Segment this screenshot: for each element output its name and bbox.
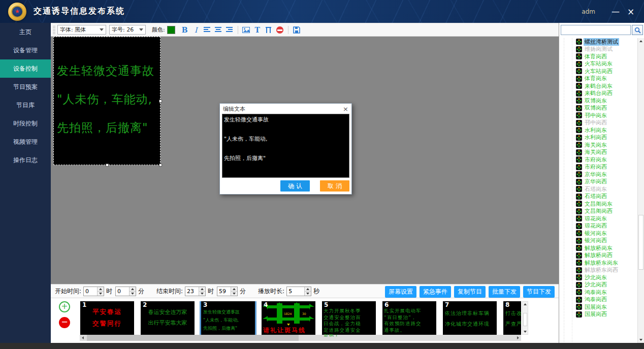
end-hour-stepper[interactable]: 23 — [185, 287, 206, 296]
tree-row[interactable]: 水利岗东 — [559, 126, 637, 134]
stepper-arrows[interactable] — [129, 287, 136, 296]
action-button[interactable]: 复制节目 — [454, 286, 486, 298]
tree-row[interactable]: 沙北岗东 — [559, 274, 637, 281]
font-size-select[interactable]: 字号: 26 — [109, 25, 146, 35]
end-hour-value[interactable]: 23 — [185, 287, 199, 296]
program-thumbnail[interactable]: 3 — [201, 301, 255, 335]
tree-row[interactable]: 银河岗西 — [559, 237, 637, 245]
action-button[interactable]: 紧急事件 — [420, 286, 451, 298]
scrollbar-thumb[interactable] — [87, 335, 299, 341]
scroll-up-icon[interactable] — [523, 302, 528, 307]
tree-row[interactable]: 体育岗东 — [559, 75, 637, 83]
align-left-button[interactable] — [202, 25, 212, 35]
sidebar-item[interactable]: 设备控制 — [0, 59, 51, 78]
tree-row[interactable]: 文昌阁岗西 — [559, 208, 637, 215]
tree-row[interactable]: 体育岗西 — [559, 53, 637, 60]
sidebar-item[interactable]: 设备管理 — [0, 41, 51, 59]
sidebar-item[interactable]: 节目预案 — [0, 78, 51, 96]
device-search-input[interactable] — [561, 25, 631, 35]
program-thumbnail[interactable]: 2 — [141, 301, 195, 335]
tree-row[interactable]: 市府岗西 — [559, 164, 637, 171]
tree-row[interactable]: 鸿泰岗西 — [559, 296, 637, 304]
logged-in-user[interactable]: adm — [582, 8, 595, 15]
duration-value[interactable]: 5 — [287, 287, 304, 296]
road-sign-button[interactable] — [264, 25, 274, 35]
tree-row[interactable]: 双博岗西 — [559, 105, 637, 112]
align-center-button[interactable] — [213, 25, 223, 35]
tree-row[interactable]: 邗中岗西 — [559, 119, 637, 127]
duration-stepper[interactable]: 5 — [286, 287, 311, 296]
scroll-down-icon[interactable] — [638, 337, 644, 343]
color-swatch[interactable] — [167, 26, 175, 34]
tree-row[interactable]: 文昌阁岗东 — [559, 200, 637, 208]
action-button[interactable]: 节目下发 — [523, 286, 555, 298]
stepper-arrows[interactable] — [199, 287, 205, 296]
start-minute-value[interactable]: 0 — [116, 287, 129, 296]
led-text[interactable]: 发生轻微交通事故 "人未伤，车能动, 先拍照，后撤离" — [54, 37, 160, 135]
action-button[interactable]: 屏幕设置 — [385, 286, 416, 298]
scroll-right-icon[interactable] — [515, 335, 521, 341]
start-minute-stepper[interactable]: 0 — [115, 287, 136, 296]
led-screen-preview[interactable]: 发生轻微交通事故 "人未伤，车能动, 先拍照，后撤离" — [53, 37, 160, 165]
tree-row[interactable]: 解放桥东岗东 — [559, 259, 637, 267]
sidebar-item[interactable]: 时段控制 — [0, 114, 51, 133]
end-minute-stepper[interactable]: 59 — [217, 287, 238, 296]
scroll-up-icon[interactable] — [638, 38, 644, 44]
tree-scrollbar[interactable] — [637, 38, 644, 343]
tree-row[interactable]: 螺丝湾桥测试 — [559, 38, 637, 46]
tree-row[interactable]: 琼花岗东 — [559, 215, 637, 223]
insert-image-button[interactable] — [241, 25, 251, 35]
stepper-arrows[interactable] — [97, 287, 104, 296]
sidebar-item[interactable]: 主页 — [0, 23, 51, 41]
tree-row[interactable]: 京华岗西 — [559, 178, 637, 186]
tree-row[interactable]: 来鹤台岗西 — [559, 90, 637, 98]
tree-row[interactable]: 火车站岗东 — [559, 60, 637, 68]
tree-row[interactable]: 解放桥岗西 — [559, 252, 637, 260]
strip-horizontal-scrollbar[interactable] — [80, 335, 521, 341]
scroll-left-icon[interactable] — [80, 335, 86, 341]
tree-row[interactable]: 石塔岗东 — [559, 185, 637, 193]
end-minute-value[interactable]: 59 — [217, 287, 231, 296]
tree-row[interactable]: 鸿泰岗东 — [559, 289, 637, 296]
no-entry-button[interactable] — [275, 25, 285, 35]
minimize-icon[interactable]: — — [609, 7, 622, 16]
start-hour-stepper[interactable]: 0 — [83, 287, 104, 296]
tree-row[interactable]: 海关岗西 — [559, 149, 637, 156]
program-thumbnail[interactable]: 7 — [443, 301, 497, 335]
insert-text-button[interactable]: T — [252, 25, 263, 35]
dialog-close-icon[interactable]: × — [343, 105, 348, 113]
dialog-textarea[interactable]: 发生轻微交通事故 "人未伤，车能动, 先拍照，后撤离" — [222, 114, 349, 178]
scroll-down-icon[interactable] — [523, 329, 528, 334]
tree-row[interactable]: 水利岗西 — [559, 134, 637, 142]
program-thumbnail[interactable]: 6 — [382, 301, 436, 335]
tree-row[interactable]: 来鹤台岗东 — [559, 82, 637, 90]
tree-row[interactable]: 沙北岗西 — [559, 281, 637, 289]
device-search-button[interactable] — [632, 25, 643, 35]
resize-handle-bottom[interactable] — [106, 164, 109, 167]
tree-row[interactable]: 国展岗东 — [559, 303, 637, 311]
program-thumbnail[interactable]: 5 — [322, 301, 376, 335]
italic-button[interactable]: I — [191, 25, 201, 35]
tree-row[interactable]: 邗中岗东 — [559, 112, 637, 119]
align-right-button[interactable] — [224, 25, 235, 35]
bold-button[interactable]: B — [180, 25, 190, 35]
program-thumbnail[interactable]: 1 — [80, 301, 134, 335]
tree-row[interactable]: 国展岗西 — [559, 311, 637, 319]
tree-row[interactable]: 维扬岗测试 — [559, 46, 637, 53]
font-family-select[interactable]: 字体: 黑体 — [57, 25, 106, 35]
close-icon[interactable]: × — [625, 7, 637, 17]
strip-vertical-scrollbar[interactable] — [522, 301, 528, 335]
resize-handle-corner[interactable] — [159, 164, 162, 167]
tree-row[interactable]: 解放桥东岗西 — [559, 267, 637, 274]
action-button[interactable]: 批量下发 — [489, 286, 520, 298]
start-hour-value[interactable]: 0 — [84, 287, 97, 296]
cancel-button[interactable]: 取 消 — [320, 180, 349, 192]
save-button[interactable] — [292, 25, 302, 35]
tree-row[interactable]: 石塔岗西 — [559, 193, 637, 201]
dialog-titlebar[interactable]: 编辑文本 × — [220, 104, 351, 114]
confirm-button[interactable]: 确 认 — [280, 180, 310, 192]
sidebar-item[interactable]: 节目库 — [0, 96, 51, 114]
remove-program-button[interactable] — [59, 317, 70, 328]
sidebar-item[interactable]: 视频管理 — [0, 133, 51, 151]
tree-row[interactable]: 银河岗东 — [559, 230, 637, 237]
